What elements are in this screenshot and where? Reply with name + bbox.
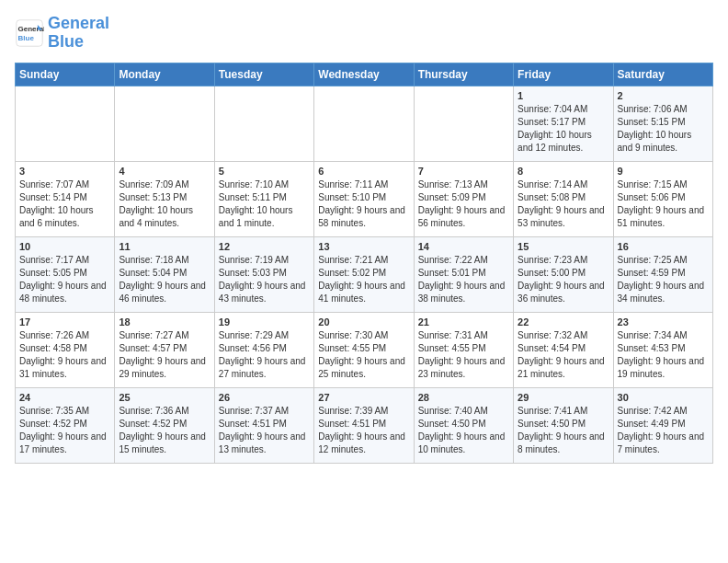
day-info: Sunrise: 7:21 AM Sunset: 5:02 PM Dayligh… — [318, 254, 409, 305]
day-number: 22 — [518, 316, 609, 327]
calendar-cell: 6Sunrise: 7:11 AM Sunset: 5:10 PM Daylig… — [314, 161, 414, 236]
day-number: 3 — [19, 166, 110, 177]
day-number: 21 — [418, 316, 509, 327]
calendar-cell: 30Sunrise: 7:42 AM Sunset: 4:49 PM Dayli… — [613, 387, 712, 463]
day-number: 18 — [119, 316, 210, 327]
calendar-cell — [115, 86, 214, 161]
day-info: Sunrise: 7:11 AM Sunset: 5:10 PM Dayligh… — [318, 178, 409, 230]
day-info: Sunrise: 7:07 AM Sunset: 5:14 PM Dayligh… — [19, 178, 110, 230]
day-info: Sunrise: 7:27 AM Sunset: 4:57 PM Dayligh… — [119, 329, 210, 381]
day-number: 5 — [219, 166, 310, 177]
calendar-cell: 17Sunrise: 7:26 AM Sunset: 4:58 PM Dayli… — [16, 312, 115, 387]
day-info: Sunrise: 7:26 AM Sunset: 4:58 PM Dayligh… — [19, 329, 110, 381]
day-info: Sunrise: 7:17 AM Sunset: 5:05 PM Dayligh… — [19, 254, 110, 305]
calendar-cell: 15Sunrise: 7:23 AM Sunset: 5:00 PM Dayli… — [514, 236, 613, 312]
calendar-cell — [414, 86, 513, 161]
day-header-monday: Monday — [115, 63, 214, 86]
day-info: Sunrise: 7:35 AM Sunset: 4:52 PM Dayligh… — [19, 405, 110, 456]
day-number: 14 — [418, 241, 509, 252]
day-info: Sunrise: 7:25 AM Sunset: 4:59 PM Dayligh… — [618, 254, 709, 305]
day-number: 28 — [418, 392, 509, 403]
day-info: Sunrise: 7:40 AM Sunset: 4:50 PM Dayligh… — [418, 405, 509, 456]
calendar-cell: 1Sunrise: 7:04 AM Sunset: 5:17 PM Daylig… — [514, 86, 613, 161]
day-info: Sunrise: 7:18 AM Sunset: 5:04 PM Dayligh… — [119, 254, 210, 305]
day-number: 11 — [119, 241, 210, 252]
calendar-cell: 22Sunrise: 7:32 AM Sunset: 4:54 PM Dayli… — [514, 312, 613, 387]
calendar-cell: 19Sunrise: 7:29 AM Sunset: 4:56 PM Dayli… — [214, 312, 313, 387]
calendar-cell: 7Sunrise: 7:13 AM Sunset: 5:09 PM Daylig… — [414, 161, 513, 236]
day-info: Sunrise: 7:42 AM Sunset: 4:49 PM Dayligh… — [618, 405, 709, 456]
day-header-saturday: Saturday — [613, 63, 712, 86]
page-header: General Blue GeneralBlue — [15, 15, 713, 52]
day-info: Sunrise: 7:15 AM Sunset: 5:06 PM Dayligh… — [618, 178, 709, 230]
day-number: 15 — [518, 241, 609, 252]
calendar-cell: 18Sunrise: 7:27 AM Sunset: 4:57 PM Dayli… — [115, 312, 214, 387]
day-info: Sunrise: 7:14 AM Sunset: 5:08 PM Dayligh… — [518, 178, 609, 230]
calendar-cell: 10Sunrise: 7:17 AM Sunset: 5:05 PM Dayli… — [16, 236, 115, 312]
day-number: 10 — [19, 241, 110, 252]
calendar-cell: 25Sunrise: 7:36 AM Sunset: 4:52 PM Dayli… — [115, 387, 214, 463]
day-info: Sunrise: 7:41 AM Sunset: 4:50 PM Dayligh… — [518, 405, 609, 456]
day-number: 25 — [119, 392, 210, 403]
day-number: 13 — [318, 241, 409, 252]
calendar-cell: 13Sunrise: 7:21 AM Sunset: 5:02 PM Dayli… — [314, 236, 414, 312]
day-number: 29 — [518, 392, 609, 403]
calendar-cell — [16, 86, 115, 161]
calendar-cell: 27Sunrise: 7:39 AM Sunset: 4:51 PM Dayli… — [314, 387, 414, 463]
day-info: Sunrise: 7:06 AM Sunset: 5:15 PM Dayligh… — [618, 103, 709, 155]
day-number: 26 — [219, 392, 310, 403]
day-info: Sunrise: 7:13 AM Sunset: 5:09 PM Dayligh… — [418, 178, 509, 230]
day-number: 9 — [618, 166, 709, 177]
calendar-cell: 16Sunrise: 7:25 AM Sunset: 4:59 PM Dayli… — [613, 236, 712, 312]
logo-icon: General Blue — [15, 18, 44, 48]
day-number: 1 — [518, 90, 609, 101]
calendar-cell: 23Sunrise: 7:34 AM Sunset: 4:53 PM Dayli… — [613, 312, 712, 387]
calendar-cell: 14Sunrise: 7:22 AM Sunset: 5:01 PM Dayli… — [414, 236, 513, 312]
day-number: 27 — [318, 392, 409, 403]
day-info: Sunrise: 7:30 AM Sunset: 4:55 PM Dayligh… — [318, 329, 409, 381]
day-info: Sunrise: 7:10 AM Sunset: 5:11 PM Dayligh… — [219, 178, 310, 230]
day-header-friday: Friday — [514, 63, 613, 86]
day-number: 20 — [318, 316, 409, 327]
day-number: 30 — [618, 392, 709, 403]
calendar-cell: 20Sunrise: 7:30 AM Sunset: 4:55 PM Dayli… — [314, 312, 414, 387]
calendar-cell: 21Sunrise: 7:31 AM Sunset: 4:55 PM Dayli… — [414, 312, 513, 387]
day-number: 8 — [518, 166, 609, 177]
day-info: Sunrise: 7:34 AM Sunset: 4:53 PM Dayligh… — [618, 329, 709, 381]
calendar-cell: 24Sunrise: 7:35 AM Sunset: 4:52 PM Dayli… — [16, 387, 115, 463]
calendar-cell: 9Sunrise: 7:15 AM Sunset: 5:06 PM Daylig… — [613, 161, 712, 236]
calendar-cell: 2Sunrise: 7:06 AM Sunset: 5:15 PM Daylig… — [613, 86, 712, 161]
calendar-cell: 12Sunrise: 7:19 AM Sunset: 5:03 PM Dayli… — [214, 236, 313, 312]
day-info: Sunrise: 7:32 AM Sunset: 4:54 PM Dayligh… — [518, 329, 609, 381]
day-info: Sunrise: 7:36 AM Sunset: 4:52 PM Dayligh… — [119, 405, 210, 456]
calendar-table: SundayMondayTuesdayWednesdayThursdayFrid… — [15, 63, 713, 464]
day-info: Sunrise: 7:39 AM Sunset: 4:51 PM Dayligh… — [318, 405, 409, 456]
day-number: 4 — [119, 166, 210, 177]
day-number: 23 — [618, 316, 709, 327]
day-info: Sunrise: 7:19 AM Sunset: 5:03 PM Dayligh… — [219, 254, 310, 305]
day-header-wednesday: Wednesday — [314, 63, 414, 86]
day-number: 12 — [219, 241, 310, 252]
calendar-cell: 3Sunrise: 7:07 AM Sunset: 5:14 PM Daylig… — [16, 161, 115, 236]
day-number: 24 — [19, 392, 110, 403]
day-info: Sunrise: 7:04 AM Sunset: 5:17 PM Dayligh… — [518, 103, 609, 155]
day-number: 17 — [19, 316, 110, 327]
day-info: Sunrise: 7:29 AM Sunset: 4:56 PM Dayligh… — [219, 329, 310, 381]
day-header-thursday: Thursday — [414, 63, 513, 86]
day-number: 16 — [618, 241, 709, 252]
day-number: 2 — [618, 90, 709, 101]
day-number: 7 — [418, 166, 509, 177]
day-info: Sunrise: 7:37 AM Sunset: 4:51 PM Dayligh… — [219, 405, 310, 456]
day-info: Sunrise: 7:09 AM Sunset: 5:13 PM Dayligh… — [119, 178, 210, 230]
day-info: Sunrise: 7:31 AM Sunset: 4:55 PM Dayligh… — [418, 329, 509, 381]
day-number: 19 — [219, 316, 310, 327]
day-header-sunday: Sunday — [16, 63, 115, 86]
calendar-cell: 4Sunrise: 7:09 AM Sunset: 5:13 PM Daylig… — [115, 161, 214, 236]
calendar-cell: 29Sunrise: 7:41 AM Sunset: 4:50 PM Dayli… — [514, 387, 613, 463]
logo-text: GeneralBlue — [48, 15, 109, 52]
calendar-cell: 26Sunrise: 7:37 AM Sunset: 4:51 PM Dayli… — [214, 387, 313, 463]
calendar-cell: 8Sunrise: 7:14 AM Sunset: 5:08 PM Daylig… — [514, 161, 613, 236]
calendar-cell: 28Sunrise: 7:40 AM Sunset: 4:50 PM Dayli… — [414, 387, 513, 463]
logo: General Blue GeneralBlue — [15, 15, 109, 52]
day-header-tuesday: Tuesday — [214, 63, 313, 86]
